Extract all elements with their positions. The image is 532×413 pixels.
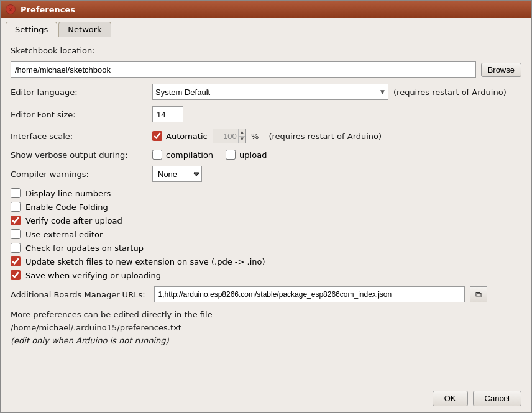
save-verifying-checkbox[interactable] xyxy=(11,270,21,280)
settings-content: Sketchbook location: Browse Editor langu… xyxy=(1,37,531,384)
preferences-window: × Preferences Settings Network Sketchboo… xyxy=(0,0,532,413)
tab-network[interactable]: Network xyxy=(58,22,111,37)
scale-restart-note: (requires restart of Arduino) xyxy=(268,132,382,141)
compilation-checkbox[interactable] xyxy=(152,150,162,160)
editor-language-select[interactable]: System Default xyxy=(152,84,388,100)
verbose-output-label: Show verbose output during: xyxy=(11,150,147,160)
boards-manager-label: Additional Boards Manager URLs: xyxy=(11,290,145,299)
compiler-warnings-select[interactable]: None Default More All xyxy=(152,166,202,182)
display-line-numbers-checkbox[interactable] xyxy=(11,188,21,198)
check-row-enable-code-folding: Enable Code Folding xyxy=(11,202,521,212)
file-info-line1: More preferences can be edited directly … xyxy=(11,309,521,322)
bottom-bar: OK Cancel xyxy=(1,384,531,412)
scale-spinner: ▲ ▼ xyxy=(213,129,246,143)
window-title: Preferences xyxy=(21,5,75,14)
sketchbook-row: Sketchbook location: xyxy=(11,46,521,55)
verify-code-checkbox[interactable] xyxy=(11,216,21,225)
scale-unit: % xyxy=(251,132,259,141)
tabs-bar: Settings Network xyxy=(1,18,531,37)
checkboxes-section: Display line numbers Enable Code Folding… xyxy=(11,188,521,280)
check-row-display-line-numbers: Display line numbers xyxy=(11,188,521,198)
file-info-line2: /home/michael/.arduino15/preferences.txt xyxy=(11,322,521,335)
file-info-line3: (edit only when Arduino is not running) xyxy=(11,335,521,348)
editor-language-label: Editor language: xyxy=(11,88,147,97)
upload-checkbox-area: upload xyxy=(226,150,267,160)
compiler-warnings-row: Compiler warnings: None Default More All xyxy=(11,166,521,182)
scale-spinner-arrows: ▲ ▼ xyxy=(238,129,245,143)
editor-font-size-label: Editor Font size: xyxy=(11,110,147,119)
auto-scale-checkbox[interactable] xyxy=(152,131,162,141)
verify-code-label: Verify code after upload xyxy=(25,216,122,225)
ok-button[interactable]: OK xyxy=(433,391,468,406)
compilation-checkbox-area: compilation xyxy=(152,150,213,160)
update-sketch-checkbox[interactable] xyxy=(11,256,21,266)
interface-scale-label: Interface scale: xyxy=(11,132,147,141)
check-row-update-sketch: Update sketch files to new extension on … xyxy=(11,256,521,266)
compiler-warnings-label: Compiler warnings: xyxy=(11,170,147,179)
external-editor-label: Use external editor xyxy=(25,230,103,239)
editor-language-restart-note: (requires restart of Arduino) xyxy=(393,88,507,97)
sketchbook-label: Sketchbook location: xyxy=(11,46,95,55)
editor-font-size-input[interactable] xyxy=(152,106,183,122)
sketchbook-input-row: Browse xyxy=(11,61,521,78)
boards-manager-copy-button[interactable]: ⧉ xyxy=(470,286,487,302)
compiler-select-wrapper: None Default More All xyxy=(152,166,202,182)
editor-font-size-row: Editor Font size: xyxy=(11,106,521,122)
editor-language-select-wrapper: System Default xyxy=(152,84,388,100)
check-updates-label: Check for updates on startup xyxy=(25,243,144,253)
check-row-external-editor: Use external editor xyxy=(11,229,521,239)
check-row-check-updates: Check for updates on startup xyxy=(11,243,521,253)
update-sketch-label: Update sketch files to new extension on … xyxy=(25,257,265,266)
enable-code-folding-checkbox[interactable] xyxy=(11,202,21,212)
boards-manager-row: Additional Boards Manager URLs: ⧉ xyxy=(11,286,521,302)
save-verifying-label: Save when verifying or uploading xyxy=(25,271,161,280)
auto-checkbox-area: Automatic xyxy=(152,131,208,141)
cancel-button[interactable]: Cancel xyxy=(473,391,521,406)
enable-code-folding-label: Enable Code Folding xyxy=(25,202,108,212)
scale-value-input[interactable] xyxy=(213,129,238,143)
browse-button[interactable]: Browse xyxy=(481,63,521,77)
scale-down-arrow[interactable]: ▼ xyxy=(239,137,245,143)
titlebar: × Preferences xyxy=(1,1,531,18)
compilation-label: compilation xyxy=(166,150,213,160)
upload-checkbox[interactable] xyxy=(226,150,236,160)
sketchbook-input[interactable] xyxy=(11,61,476,78)
scale-up-arrow[interactable]: ▲ xyxy=(239,129,245,137)
tab-settings[interactable]: Settings xyxy=(6,22,57,37)
editor-language-row: Editor language: System Default (require… xyxy=(11,84,521,100)
interface-scale-row: Interface scale: Automatic ▲ ▼ % (requir… xyxy=(11,129,521,143)
display-line-numbers-label: Display line numbers xyxy=(25,189,111,198)
external-editor-checkbox[interactable] xyxy=(11,229,21,239)
auto-scale-label: Automatic xyxy=(166,132,208,141)
check-updates-checkbox[interactable] xyxy=(11,243,21,253)
verbose-output-row: Show verbose output during: compilation … xyxy=(11,150,521,160)
close-button[interactable]: × xyxy=(6,4,16,14)
upload-label: upload xyxy=(239,150,267,160)
file-info: More preferences can be edited directly … xyxy=(11,309,521,347)
check-row-save-verifying: Save when verifying or uploading xyxy=(11,270,521,280)
check-row-verify-code: Verify code after upload xyxy=(11,216,521,225)
boards-manager-input[interactable] xyxy=(154,286,465,302)
